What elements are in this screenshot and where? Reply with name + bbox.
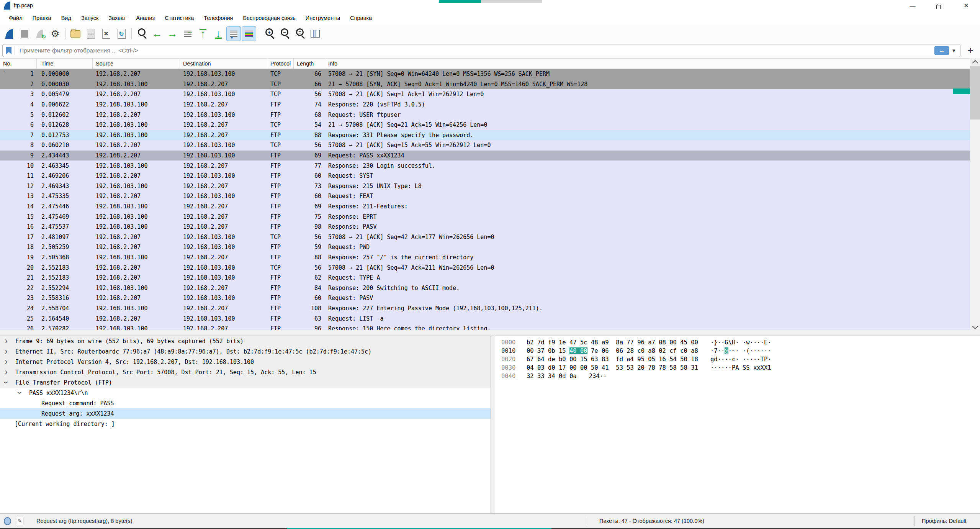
menu-item-telephony[interactable]: Телефония: [199, 13, 238, 23]
packet-row[interactable]: 50.012602192.168.2.207192.168.103.100FTP…: [0, 110, 970, 120]
zoom-in-button[interactable]: [262, 26, 276, 41]
add-filter-button[interactable]: +: [964, 44, 977, 57]
hex-ascii[interactable]: 234··: [589, 373, 607, 381]
filter-history-chevron-icon[interactable]: ▼: [951, 48, 956, 54]
stop-capture-button[interactable]: [17, 26, 32, 41]
packet-row[interactable]: 232.558316192.168.2.207192.168.103.100FT…: [0, 293, 970, 303]
start-capture-button[interactable]: [2, 26, 16, 41]
minimize-button[interactable]: —: [904, 0, 921, 11]
scroll-up-icon[interactable]: [970, 58, 980, 65]
column-header-source[interactable]: Source: [93, 59, 180, 69]
detail-row[interactable]: Request arg: xxXX1234: [0, 408, 491, 419]
packet-row[interactable]: 132.475335192.168.2.207192.168.103.100FT…: [0, 191, 970, 201]
packet-row[interactable]: 60.012628192.168.103.100192.168.2.207TCP…: [0, 120, 970, 130]
packet-row[interactable]: 192.505368192.168.103.100192.168.2.207FT…: [0, 252, 970, 263]
menu-item-file[interactable]: Файл: [4, 13, 28, 23]
hex-ascii[interactable]: gd····c· ·····TP·: [710, 356, 771, 364]
display-filter-input[interactable]: [19, 47, 934, 54]
column-header-destination[interactable]: Destination: [180, 59, 267, 69]
open-file-button[interactable]: [68, 26, 83, 41]
hex-ascii[interactable]: ·}··G\H· ·w····E·: [710, 339, 771, 347]
hex-bytes[interactable]: b2 7d f9 1e 47 5c 48 a9 8a 77 96 a7 08 0…: [527, 339, 698, 347]
first-packet-button[interactable]: ↑: [196, 26, 210, 41]
column-header-time[interactable]: Time: [37, 59, 93, 69]
packet-row[interactable]: 182.505259192.168.2.207192.168.103.100FT…: [0, 242, 970, 252]
collapse-chevron-icon[interactable]: ❯: [17, 391, 23, 395]
packet-row[interactable]: 80.060210192.168.2.207192.168.103.100TCP…: [0, 140, 970, 151]
hex-bytes[interactable]: 00 37 0b 15 40 00 7e 06 06 28 c0 a8 02 c…: [527, 347, 698, 356]
menu-item-statistics[interactable]: Статистика: [160, 13, 199, 23]
resize-columns-button[interactable]: [308, 26, 322, 41]
expand-chevron-icon[interactable]: ❯: [5, 338, 8, 344]
status-profile[interactable]: Профиль: Default: [922, 518, 967, 524]
scrollbar-thumb[interactable]: [970, 66, 980, 120]
hex-bytes[interactable]: 04 03 d0 17 00 00 50 41 53 53 20 78 78 5…: [527, 364, 698, 373]
menu-item-capture[interactable]: Захват: [103, 13, 131, 23]
packet-row[interactable]: 70.012753192.168.103.100192.168.2.207FTP…: [0, 130, 970, 141]
column-header-length[interactable]: Length: [294, 59, 325, 69]
detail-row[interactable]: ❯Transmission Control Protocol, Src Port…: [0, 367, 491, 377]
packet-row[interactable]: 92.434443192.168.2.207192.168.103.100FTP…: [0, 151, 970, 161]
prev-packet-button[interactable]: ←: [150, 26, 164, 41]
next-packet-button[interactable]: →: [165, 26, 180, 41]
hex-line[interactable]: 001000 37 0b 15 40 00 7e 06 06 28 c0 a8 …: [501, 347, 980, 356]
detail-row[interactable]: ❯File Transfer Protocol (FTP): [0, 377, 491, 388]
menu-item-wireless[interactable]: Беспроводная связь: [238, 13, 300, 23]
detail-row[interactable]: [Current working directory: ]: [0, 419, 491, 429]
packet-row[interactable]: 162.475537192.168.103.100192.168.2.207FT…: [0, 222, 970, 232]
hex-line[interactable]: 004032 33 34 0d 0a234··: [501, 373, 980, 381]
menu-item-go[interactable]: Запуск: [76, 13, 103, 23]
menu-item-analyze[interactable]: Анализ: [131, 13, 160, 23]
packet-row[interactable]: 40.006622192.168.103.100192.168.2.207FTP…: [0, 100, 970, 110]
hex-bytes[interactable]: 67 64 de b0 00 15 63 83 fd a4 95 05 16 5…: [527, 356, 698, 364]
packet-list-scrollbar[interactable]: [970, 58, 980, 330]
packet-row[interactable]: 142.475446192.168.103.100192.168.2.207FT…: [0, 201, 970, 212]
menu-item-help[interactable]: Справка: [345, 13, 377, 23]
capture-options-button[interactable]: [48, 26, 62, 41]
maximize-button[interactable]: [930, 0, 947, 11]
menu-item-view[interactable]: Вид: [56, 13, 76, 23]
column-header-no[interactable]: No.: [0, 59, 37, 69]
colorize-button[interactable]: [242, 26, 256, 41]
detail-row[interactable]: ❯PASS xxXX1234\r\n: [0, 388, 491, 398]
scroll-down-icon[interactable]: [970, 323, 980, 330]
column-header-info[interactable]: Info: [325, 59, 970, 69]
zoom-100-button[interactable]: [293, 26, 307, 41]
hex-line[interactable]: 003004 03 d0 17 00 00 50 41 53 53 20 78 …: [501, 364, 980, 373]
reload-file-button[interactable]: [114, 26, 129, 41]
expand-chevron-icon[interactable]: ❯: [5, 359, 8, 365]
expand-chevron-icon[interactable]: ❯: [5, 349, 8, 354]
expand-chevron-icon[interactable]: ❯: [5, 369, 8, 375]
column-header-protocol[interactable]: Protocol: [267, 59, 294, 69]
packet-row[interactable]: 102.463345192.168.103.100192.168.2.207FT…: [0, 161, 970, 171]
horizontal-splitter[interactable]: [0, 330, 980, 336]
packet-row[interactable]: 112.469206192.168.2.207192.168.103.100FT…: [0, 171, 970, 181]
hex-ascii[interactable]: ·7··@·~· ·(······: [710, 347, 771, 356]
goto-packet-button[interactable]: [180, 26, 195, 41]
packet-row[interactable]: 30.005479192.168.2.207192.168.103.100TCP…: [0, 89, 970, 100]
hex-bytes[interactable]: 32 33 34 0d 0a: [527, 373, 577, 381]
packet-row[interactable]: 202.552183192.168.2.207192.168.103.100TC…: [0, 262, 970, 273]
detail-row[interactable]: ❯Ethernet II, Src: Routerboardc_77:96:a7…: [0, 346, 491, 357]
packet-row[interactable]: 172.481097192.168.2.207192.168.103.100TC…: [0, 232, 970, 242]
expert-info-icon[interactable]: [4, 517, 11, 525]
menu-item-tools[interactable]: Инструменты: [301, 13, 345, 23]
packet-row[interactable]: 20.000030192.168.103.100192.168.2.207TCP…: [0, 79, 970, 90]
hex-line[interactable]: 002067 64 de b0 00 15 63 83 fd a4 95 05 …: [501, 356, 980, 364]
packet-row[interactable]: 262.570282192.168.103.100192.168.2.207FT…: [0, 324, 970, 330]
packet-row[interactable]: 212.552183192.168.2.207192.168.103.100FT…: [0, 273, 970, 283]
packet-row[interactable]: 222.552294192.168.103.100192.168.2.207FT…: [0, 283, 970, 293]
packet-row[interactable]: 252.564540192.168.2.207192.168.103.100FT…: [0, 313, 970, 324]
last-packet-button[interactable]: ↓: [211, 26, 226, 41]
display-filter-box[interactable]: → ▼: [2, 44, 960, 57]
find-packet-button[interactable]: [134, 26, 149, 41]
collapse-chevron-icon[interactable]: ❯: [3, 381, 9, 384]
packet-row[interactable]: 242.558704192.168.103.100192.168.2.207FT…: [0, 303, 970, 314]
auto-scroll-button[interactable]: [226, 26, 241, 41]
hex-ascii[interactable]: ······PA SS xxXX1: [710, 364, 771, 373]
zoom-out-button[interactable]: [277, 26, 292, 41]
close-file-button[interactable]: [99, 26, 113, 41]
filter-bookmark-icon[interactable]: [6, 47, 11, 54]
packet-row[interactable]: -10.000000192.168.2.207192.168.103.100TC…: [0, 69, 970, 79]
menu-item-edit[interactable]: Правка: [28, 13, 56, 23]
